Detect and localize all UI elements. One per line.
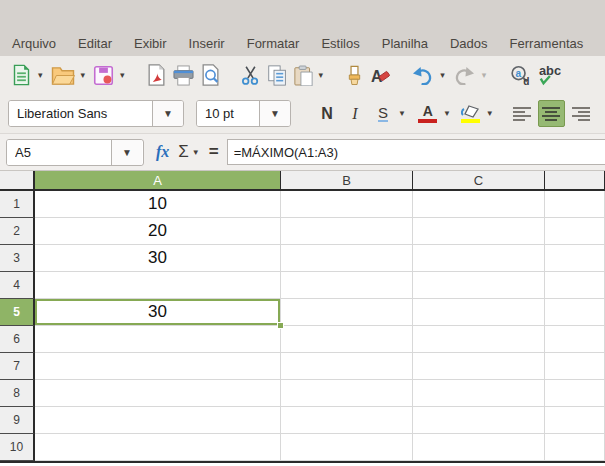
clear-formatting-button[interactable]: A — [367, 60, 394, 90]
row-header-3[interactable]: 3 — [0, 245, 35, 272]
font-size-dropdown[interactable]: ▼ — [259, 101, 290, 126]
export-pdf-button[interactable] — [144, 60, 169, 90]
font-color-button[interactable]: A — [415, 100, 441, 128]
menu-item-janela[interactable]: Janela — [594, 33, 605, 54]
paste-dropdown[interactable]: ▾ — [316, 70, 327, 80]
open-dropdown[interactable]: ▾ — [78, 70, 89, 80]
cell[interactable] — [281, 245, 413, 272]
menu-item-inserir[interactable]: Inserir — [178, 33, 236, 54]
name-box[interactable]: ▼ — [6, 139, 144, 166]
cell[interactable] — [35, 407, 281, 434]
row-header-7[interactable]: 7 — [0, 353, 35, 380]
row-header-6[interactable]: 6 — [0, 326, 35, 353]
highlight-color-button[interactable] — [458, 100, 484, 128]
open-button[interactable] — [48, 60, 78, 90]
column-header-partial[interactable] — [545, 171, 605, 191]
menu-item-dados[interactable]: Dados — [439, 33, 499, 54]
menu-item-planilha[interactable]: Planilha — [371, 33, 439, 54]
cell[interactable] — [413, 380, 545, 407]
cell[interactable] — [545, 434, 605, 461]
copy-button[interactable] — [264, 60, 291, 90]
underline-button[interactable]: S — [370, 100, 396, 128]
undo-dropdown[interactable]: ▾ — [437, 70, 448, 80]
selected-cell[interactable]: 30 — [35, 299, 281, 326]
row-header-2[interactable]: 2 — [0, 218, 35, 245]
function-wizard-icon[interactable]: fx — [156, 143, 169, 161]
find-replace-button[interactable]: ad — [505, 60, 534, 90]
menu-item-exibir[interactable]: Exibir — [123, 33, 178, 54]
cell[interactable]: 10 — [35, 191, 281, 218]
cell[interactable] — [413, 218, 545, 245]
row-header-10[interactable]: 10 — [0, 434, 35, 461]
cell[interactable] — [281, 272, 413, 299]
cell[interactable] — [281, 407, 413, 434]
bold-button[interactable]: N — [314, 100, 340, 128]
redo-dropdown[interactable]: ▾ — [479, 70, 490, 80]
column-header-C[interactable]: C — [413, 171, 545, 191]
formula-input[interactable] — [227, 139, 605, 165]
row-header-4[interactable]: 4 — [0, 272, 35, 299]
menu-item-formatar[interactable]: Formatar — [236, 33, 311, 54]
cell[interactable] — [545, 299, 605, 326]
cell[interactable] — [281, 191, 413, 218]
select-all-corner[interactable] — [0, 171, 35, 191]
paste-button[interactable] — [291, 60, 316, 90]
print-button[interactable] — [169, 60, 198, 90]
cell[interactable]: 30 — [35, 245, 281, 272]
cell[interactable] — [413, 407, 545, 434]
cell[interactable] — [413, 326, 545, 353]
cell[interactable] — [35, 380, 281, 407]
cell[interactable] — [545, 191, 605, 218]
cell[interactable] — [281, 299, 413, 326]
cell[interactable] — [413, 299, 545, 326]
sum-dropdown[interactable]: ▼ — [192, 148, 200, 157]
font-name-dropdown[interactable]: ▼ — [152, 101, 183, 126]
underline-dropdown[interactable]: ▼ — [398, 109, 406, 118]
cell[interactable] — [545, 353, 605, 380]
highlight-color-dropdown[interactable]: ▼ — [486, 109, 494, 118]
cell[interactable] — [281, 326, 413, 353]
save-button[interactable] — [90, 60, 117, 90]
menu-item-estilos[interactable]: Estilos — [310, 33, 370, 54]
cell[interactable] — [545, 380, 605, 407]
equals-icon[interactable]: = — [209, 142, 219, 162]
print-preview-button[interactable] — [198, 60, 223, 90]
menu-item-editar[interactable]: Editar — [67, 33, 123, 54]
cell[interactable] — [413, 434, 545, 461]
column-header-B[interactable]: B — [281, 171, 413, 191]
menu-item-ferramentas[interactable]: Ferramentas — [499, 33, 595, 54]
undo-button[interactable] — [408, 60, 437, 90]
row-header-5[interactable]: 5 — [0, 299, 35, 326]
menu-item-arquivo[interactable]: Arquivo — [1, 33, 67, 54]
cut-button[interactable] — [237, 60, 264, 90]
align-right-button[interactable] — [567, 100, 594, 127]
font-name-input[interactable] — [9, 101, 152, 126]
cell[interactable] — [545, 245, 605, 272]
cell[interactable] — [413, 353, 545, 380]
cell[interactable] — [413, 191, 545, 218]
font-name-combo[interactable]: ▼ — [8, 100, 184, 127]
align-center-button[interactable] — [538, 100, 565, 127]
clone-formatting-button[interactable] — [342, 60, 367, 90]
cell[interactable] — [413, 272, 545, 299]
cell[interactable]: 20 — [35, 218, 281, 245]
cell[interactable] — [545, 218, 605, 245]
align-left-button[interactable] — [509, 100, 536, 127]
font-size-input[interactable] — [197, 101, 259, 126]
redo-button[interactable] — [450, 60, 479, 90]
row-header-8[interactable]: 8 — [0, 380, 35, 407]
save-dropdown[interactable]: ▾ — [117, 70, 128, 80]
font-size-combo[interactable]: ▼ — [196, 100, 291, 127]
cell[interactable] — [545, 272, 605, 299]
cell[interactable] — [35, 326, 281, 353]
spelling-button[interactable]: abc — [534, 60, 564, 90]
sum-icon[interactable]: Σ — [178, 142, 189, 162]
cell[interactable] — [281, 380, 413, 407]
cell[interactable] — [281, 353, 413, 380]
font-color-dropdown[interactable]: ▼ — [443, 109, 451, 118]
fill-handle[interactable] — [277, 322, 284, 329]
cell[interactable] — [281, 218, 413, 245]
new-document-button[interactable] — [8, 60, 35, 90]
cell[interactable] — [35, 353, 281, 380]
row-header-1[interactable]: 1 — [0, 191, 35, 218]
